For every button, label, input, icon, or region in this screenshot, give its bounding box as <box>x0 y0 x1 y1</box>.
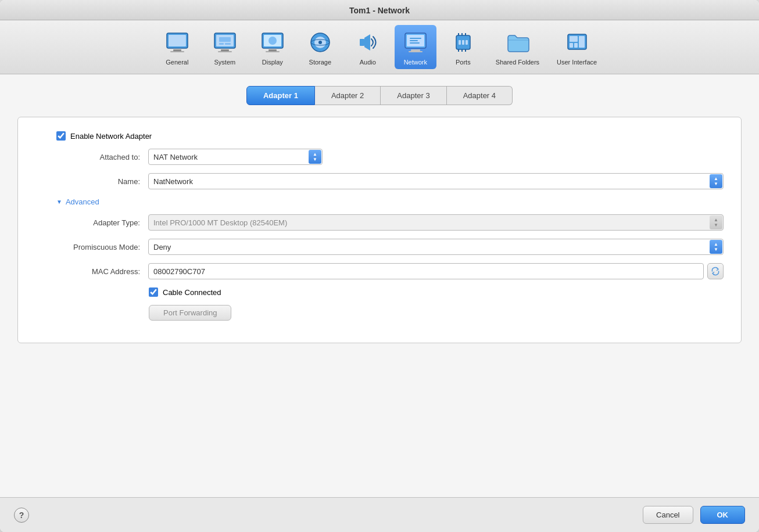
toolbar-item-display[interactable]: Display <box>252 25 293 69</box>
adapter-type-control: Intel PRO/1000 MT Desktop (82540EM) ▲ ▼ <box>148 214 724 231</box>
attached-to-label: Attached to: <box>35 153 140 161</box>
mac-input-wrapper <box>148 263 724 279</box>
port-forwarding-button[interactable]: Port Forwarding <box>149 305 231 321</box>
shared-folders-icon <box>503 28 531 56</box>
svg-rect-27 <box>410 42 420 44</box>
toolbar-item-network[interactable]: Network <box>395 25 436 69</box>
toolbar-item-audio[interactable]: Audio <box>347 25 389 69</box>
mac-address-label: MAC Address: <box>35 267 140 276</box>
promiscuous-spinner-down-icon: ▼ <box>714 247 718 252</box>
cable-connected-label: Cable Connected <box>163 288 221 297</box>
user-interface-icon <box>563 28 591 56</box>
title-bar: Tom1 - Network <box>0 0 759 20</box>
svg-rect-25 <box>410 38 421 39</box>
svg-rect-10 <box>218 51 232 52</box>
svg-rect-1 <box>169 35 186 46</box>
svg-rect-29 <box>459 40 461 45</box>
toolbar-item-user-interface[interactable]: User Interface <box>551 25 603 69</box>
adapter-type-spinner[interactable]: ▲ ▼ <box>710 215 722 229</box>
promiscuous-wrapper: Deny Allow VMs Allow All ▲ ▼ <box>148 239 724 255</box>
svg-rect-14 <box>268 49 277 51</box>
svg-rect-26 <box>410 40 418 41</box>
footer-buttons: Cancel OK <box>643 506 745 524</box>
audio-label: Audio <box>360 59 376 66</box>
toolbar-item-ports[interactable]: Ports <box>442 25 484 69</box>
tab-adapter1[interactable]: Adapter 1 <box>246 86 315 105</box>
svg-rect-2 <box>173 49 181 51</box>
storage-label: Storage <box>309 59 332 66</box>
main-window: Tom1 - Network General <box>0 0 759 532</box>
toolbar-item-shared-folders[interactable]: Shared Folders <box>490 25 545 69</box>
cable-connected-checkbox[interactable] <box>149 287 158 297</box>
promiscuous-mode-select[interactable]: Deny Allow VMs Allow All <box>148 239 724 255</box>
mac-address-input[interactable] <box>148 263 704 279</box>
adapter-type-row: Adapter Type: Intel PRO/1000 MT Desktop … <box>35 214 724 231</box>
tab-adapter3[interactable]: Adapter 3 <box>381 86 446 105</box>
svg-rect-30 <box>462 40 464 45</box>
toolbar-item-system[interactable]: System <box>204 25 246 69</box>
svg-rect-20 <box>360 39 364 46</box>
mac-refresh-button[interactable] <box>707 263 724 279</box>
audio-icon <box>354 28 382 56</box>
svg-rect-24 <box>409 51 423 52</box>
footer: ? Cancel OK <box>0 497 759 532</box>
name-label: Name: <box>35 177 140 186</box>
mac-address-control <box>148 263 724 279</box>
svg-point-18 <box>318 41 322 44</box>
attached-to-spinner[interactable]: ▲ ▼ <box>309 150 321 164</box>
window-title: Tom1 - Network <box>349 6 410 15</box>
promiscuous-mode-row: Promiscuous Mode: Deny Allow VMs Allow A… <box>35 239 724 255</box>
spinner-down-icon: ▼ <box>313 157 317 162</box>
svg-rect-3 <box>170 51 184 52</box>
tab-adapter2[interactable]: Adapter 2 <box>315 86 381 105</box>
svg-rect-34 <box>570 43 573 48</box>
toolbar-item-general[interactable]: General <box>156 25 198 69</box>
toolbar: General System <box>0 20 759 74</box>
svg-rect-35 <box>574 43 578 48</box>
network-label: Network <box>404 59 427 66</box>
tab-adapter4[interactable]: Adapter 4 <box>447 86 513 105</box>
svg-rect-36 <box>579 36 585 48</box>
ports-icon <box>449 28 477 56</box>
adapter-tabs: Adapter 1 Adapter 2 Adapter 3 Adapter 4 <box>17 86 742 105</box>
adapter-type-wrapper: Intel PRO/1000 MT Desktop (82540EM) ▲ ▼ <box>148 214 724 231</box>
port-forwarding-row: Port Forwarding <box>35 305 724 321</box>
cancel-button[interactable]: Cancel <box>643 506 693 524</box>
svg-rect-15 <box>266 51 280 52</box>
promiscuous-mode-control: Deny Allow VMs Allow All ▲ ▼ <box>148 239 724 255</box>
adapter-type-spinner-down-icon: ▼ <box>714 223 718 228</box>
mac-address-row: MAC Address: <box>35 263 724 279</box>
svg-rect-33 <box>570 36 578 42</box>
svg-rect-8 <box>225 43 231 45</box>
shared-folders-label: Shared Folders <box>496 59 539 66</box>
enable-network-row: Enable Network Adapter <box>35 131 724 141</box>
svg-rect-6 <box>219 37 231 42</box>
system-icon <box>211 28 239 56</box>
ports-label: Ports <box>456 59 471 66</box>
general-label: General <box>166 59 188 66</box>
ok-button[interactable]: OK <box>700 506 746 524</box>
enable-network-label: Enable Network Adapter <box>70 132 152 141</box>
svg-rect-23 <box>411 49 420 51</box>
display-icon <box>259 28 287 56</box>
toolbar-item-storage[interactable]: Storage <box>299 25 341 69</box>
adapter-type-select[interactable]: Intel PRO/1000 MT Desktop (82540EM) <box>148 214 724 231</box>
advanced-triangle-icon: ▼ <box>56 199 62 205</box>
system-label: System <box>214 59 236 66</box>
name-spinner[interactable]: ▲ ▼ <box>710 174 722 188</box>
name-select[interactable]: NatNetwork <box>148 173 724 189</box>
spinner-up-icon: ▲ <box>313 152 317 157</box>
enable-network-checkbox[interactable] <box>56 131 66 141</box>
cable-connected-row: Cable Connected <box>35 287 724 297</box>
name-control: NatNetwork ▲ ▼ <box>148 173 724 189</box>
attached-to-wrapper: NAT Network NAT Bridged Adapter Internal… <box>148 149 323 165</box>
user-interface-label: User Interface <box>557 59 597 66</box>
name-spinner-up-icon: ▲ <box>714 177 718 181</box>
svg-point-13 <box>268 37 277 45</box>
content-area: Adapter 1 Adapter 2 Adapter 3 Adapter 4 … <box>0 74 759 497</box>
svg-rect-7 <box>219 43 224 45</box>
promiscuous-spinner[interactable]: ▲ ▼ <box>710 240 722 254</box>
advanced-toggle[interactable]: ▼ Advanced <box>35 197 724 206</box>
attached-to-select[interactable]: NAT Network NAT Bridged Adapter Internal… <box>148 149 323 165</box>
help-button[interactable]: ? <box>14 508 29 523</box>
